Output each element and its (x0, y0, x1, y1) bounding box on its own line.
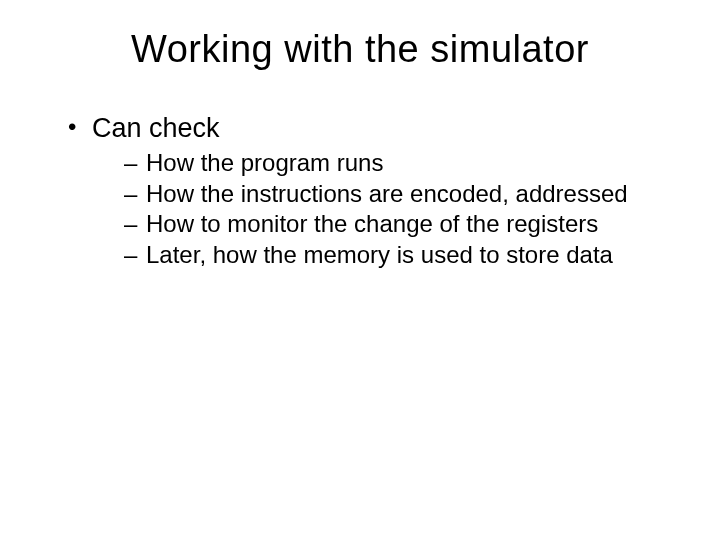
bullet-list: Can check How the program runs How the i… (50, 113, 670, 271)
sub-item: Later, how the memory is used to store d… (124, 240, 670, 271)
slide-title: Working with the simulator (50, 28, 670, 71)
sub-item: How the program runs (124, 148, 670, 179)
bullet-label: Can check (92, 113, 220, 143)
sub-item: How to monitor the change of the registe… (124, 209, 670, 240)
sub-item: How the instructions are encoded, addres… (124, 179, 670, 210)
bullet-item: Can check How the program runs How the i… (68, 113, 670, 271)
sub-list: How the program runs How the instruction… (92, 148, 670, 271)
